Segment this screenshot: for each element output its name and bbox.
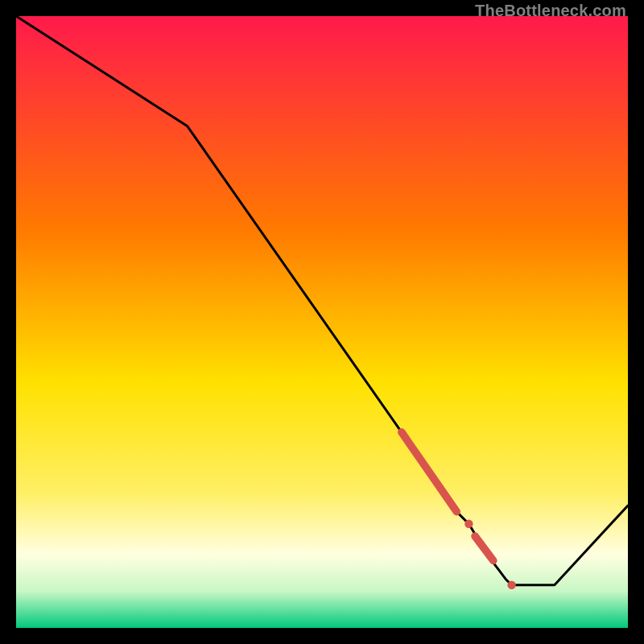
plot-area [16,16,628,628]
gradient-background [16,16,628,628]
chart-frame: TheBottleneck.com [0,0,644,644]
chart-svg [16,16,628,628]
marker-dot [507,581,515,589]
marker-dot [464,520,473,528]
